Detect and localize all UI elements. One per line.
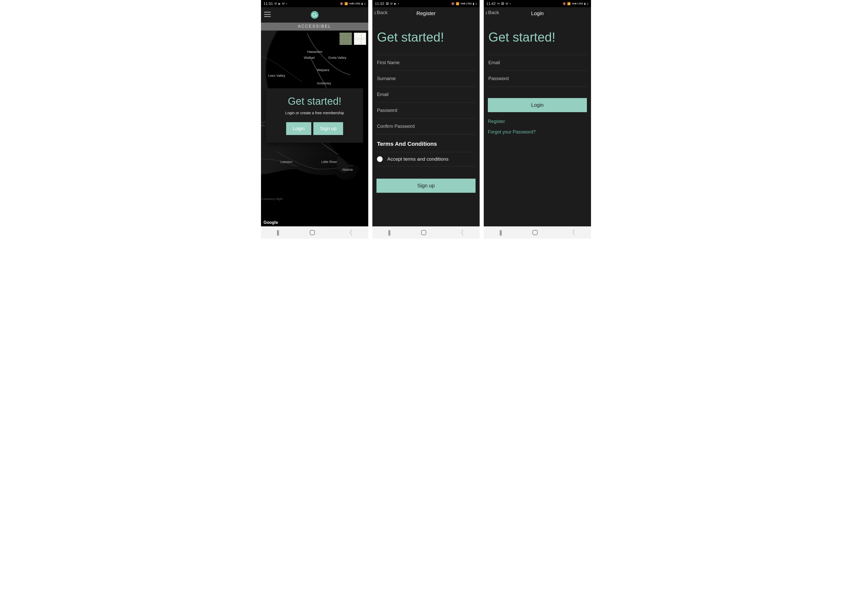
image-icon: 🖼	[501, 2, 504, 5]
map-label: Hawarden	[307, 50, 322, 54]
map-label: Waikari	[304, 56, 315, 60]
card-subtitle: Login or create a free membership	[271, 111, 358, 115]
signal-icon: ▮	[584, 2, 586, 5]
map-label: Greta Valley	[328, 56, 346, 60]
lte-label: VoB LTE2	[572, 2, 583, 5]
hero-title: Get started!	[488, 20, 587, 55]
wifi-icon: 📶	[567, 2, 571, 5]
back-button[interactable]: 〈	[457, 228, 464, 237]
map-label: Leeston	[281, 160, 292, 164]
android-navbar: ||| 〈	[372, 226, 480, 239]
map-label: Lees Valley	[268, 74, 285, 77]
mute-icon: 🔇	[562, 2, 566, 5]
status-bar: 11:42 ✉ 🖼 M • 🔇 📶 VoB LTE2 ▮ ▯	[484, 0, 591, 7]
recents-button[interactable]: |||	[276, 229, 279, 236]
layer-light-button[interactable]	[354, 33, 366, 45]
status-bar: 11:32 🖼 M ▶ • 🔇 📶 VoB LTE2 ▮ ▯	[372, 0, 480, 7]
terms-heading: Terms And Conditions	[376, 134, 476, 152]
clock: 11:32	[375, 2, 384, 6]
mail2-icon: M	[282, 2, 284, 5]
map-label: Waipara	[317, 68, 329, 72]
app-header	[261, 7, 368, 23]
map-label: rfic	[261, 124, 265, 127]
lte-label: VoB LTE2	[349, 2, 361, 5]
home-button[interactable]	[421, 230, 426, 235]
lte-label: VoB LTE2	[461, 2, 472, 5]
page-title: Register	[417, 11, 435, 17]
login-button[interactable]: Login	[286, 122, 311, 135]
mail-icon: M	[390, 2, 393, 5]
menu-button[interactable]	[264, 12, 271, 17]
register-form: Get started! First Name Surname Email Pa…	[372, 20, 480, 226]
more-icon: •	[286, 2, 287, 5]
back-button[interactable]: 〈	[346, 228, 353, 237]
screen-map: 11:31 M ▶ M • 🔇 📶 VoB LTE2 ▮ ▯ ACCESSIBE…	[261, 0, 368, 239]
brand-logo-icon	[311, 11, 319, 19]
mail-icon: M	[275, 2, 277, 5]
mail-icon: ✉	[497, 2, 500, 5]
home-button[interactable]	[310, 230, 315, 235]
password-field[interactable]: Password	[488, 71, 587, 87]
hero-title: Get started!	[376, 20, 476, 55]
surname-field[interactable]: Surname	[376, 71, 476, 87]
map-view[interactable]: Hawarden Waikari Greta Valley Waipara Le…	[261, 30, 368, 226]
clock: 11:42	[486, 2, 496, 6]
layer-satellite-button[interactable]	[340, 33, 352, 45]
register-link[interactable]: Register	[488, 116, 587, 127]
back-label: Back	[488, 10, 499, 15]
battery-icon: ▯	[364, 2, 366, 5]
chevron-left-icon: ‹	[485, 10, 488, 15]
forgot-password-link[interactable]: Forgot your Password?	[488, 127, 587, 137]
login-button[interactable]: Login	[488, 98, 587, 112]
map-label: Amberley	[317, 82, 331, 85]
signup-button[interactable]: Sign up	[313, 122, 343, 135]
mail2-icon: M	[506, 2, 508, 5]
map-label: Little River	[321, 160, 337, 164]
confirm-password-field[interactable]: Confirm Password	[376, 118, 476, 134]
get-started-card: Get started! Login or create a free memb…	[266, 88, 363, 143]
google-attribution: Google	[264, 220, 278, 225]
more-icon: •	[510, 2, 511, 5]
recents-button[interactable]: |||	[388, 229, 390, 236]
email-field[interactable]: Email	[488, 55, 587, 71]
signal-icon: ▮	[361, 2, 363, 5]
mute-icon: 🔇	[340, 2, 343, 5]
page-header: ‹ Back Register	[372, 7, 480, 20]
back-link[interactable]: ‹ Back	[485, 10, 499, 15]
battery-icon: ▯	[587, 2, 588, 5]
accept-terms-label: Accept terms and conditions	[387, 156, 449, 162]
home-button[interactable]	[533, 230, 538, 235]
back-link[interactable]: ‹ Back	[374, 10, 388, 15]
email-field[interactable]: Email	[376, 86, 476, 103]
login-form: Get started! Email Password Login Regist…	[484, 20, 591, 226]
back-button[interactable]: 〈	[569, 228, 576, 237]
youtube-icon: ▶	[394, 2, 396, 5]
layer-switcher	[340, 33, 366, 45]
map-label: Canterbury Bight	[261, 197, 283, 201]
signal-icon: ▮	[473, 2, 474, 5]
android-navbar: ||| 〈	[261, 226, 368, 239]
recents-button[interactable]: |||	[499, 229, 502, 236]
map-banner: ACCESSIBEL	[261, 23, 368, 30]
screen-register: 11:32 🖼 M ▶ • 🔇 📶 VoB LTE2 ▮ ▯ ‹ Back Re…	[372, 0, 480, 239]
first-name-field[interactable]: First Name	[376, 55, 476, 71]
youtube-icon: ▶	[278, 2, 281, 5]
mute-icon: 🔇	[451, 2, 455, 5]
card-title: Get started!	[271, 95, 358, 107]
screen-login: 11:42 ✉ 🖼 M • 🔇 📶 VoB LTE2 ▮ ▯ ‹ Back Lo…	[484, 0, 591, 239]
battery-icon: ▯	[476, 2, 477, 5]
image-icon: 🖼	[386, 2, 389, 5]
chevron-left-icon: ‹	[374, 10, 376, 15]
password-field[interactable]: Password	[376, 103, 476, 119]
page-title: Login	[531, 11, 544, 17]
more-icon: •	[398, 2, 399, 5]
accept-terms-radio[interactable]	[377, 156, 383, 162]
accept-terms-row[interactable]: Accept terms and conditions	[376, 152, 476, 166]
back-label: Back	[377, 10, 388, 15]
map-label: Akaroa	[342, 168, 353, 171]
clock: 11:31	[264, 2, 273, 6]
page-header: ‹ Back Login	[484, 7, 591, 20]
wifi-icon: 📶	[344, 2, 348, 5]
status-bar: 11:31 M ▶ M • 🔇 📶 VoB LTE2 ▮ ▯	[261, 0, 368, 7]
signup-button[interactable]: Sign up	[376, 179, 476, 193]
